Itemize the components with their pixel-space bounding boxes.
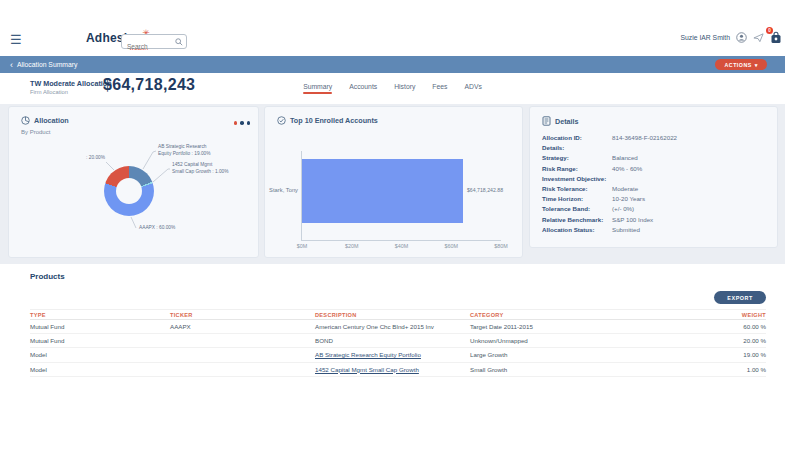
cards-strip: Allocation By Product : 20.00% AB Strate…: [0, 104, 785, 264]
donut-label-bond: : 20.00%: [69, 155, 105, 162]
products-title: Products: [30, 272, 65, 281]
allocation-card-header: Allocation: [21, 116, 69, 125]
col-weight: WEIGHT: [676, 312, 766, 318]
col-type: TYPE: [30, 312, 170, 318]
pie-chart-icon: [21, 116, 30, 125]
tab-fees[interactable]: Fees: [432, 83, 447, 94]
detail-row: Risk Tolerance:Moderate: [542, 185, 767, 195]
detail-label: Tolerance Band:: [542, 205, 612, 212]
menu-icon[interactable]: ☰: [10, 32, 22, 48]
card-pager-dots[interactable]: [234, 121, 251, 125]
user-name: Suzie IAR Smith: [681, 34, 730, 41]
detail-row: Allocation ID:814-36498-F-02162022: [542, 134, 767, 144]
user-avatar-icon[interactable]: [736, 32, 747, 43]
x-tick: $40M: [395, 243, 409, 249]
product-row: Mutual Fund BOND Unknown/Unmapped 20.00 …: [30, 334, 766, 348]
pager-dot-active[interactable]: [234, 121, 238, 125]
detail-label: Allocation Status:: [542, 226, 612, 233]
top-accounts-card-header: Top 10 Enrolled Accounts: [277, 116, 378, 125]
detail-row: Allocation Status:Submitted: [542, 226, 767, 236]
products-table-header: TYPE TICKER DESCRIPTION CATEGORY WEIGHT: [30, 309, 766, 320]
x-tick: $0M: [297, 243, 308, 249]
allocation-donut-chart[interactable]: [104, 166, 154, 216]
detail-label: Allocation ID:: [542, 134, 612, 141]
document-icon: [542, 116, 551, 126]
product-ticker: AAAPX: [170, 323, 315, 330]
cart-bag-icon[interactable]: 0: [770, 31, 782, 44]
detail-label: Risk Tolerance:: [542, 185, 612, 192]
detail-value: 40% - 60%: [612, 165, 642, 172]
tab-bar: Summary Accounts History Fees ADVs: [0, 83, 785, 94]
detail-label: Investment Objective:: [542, 175, 612, 182]
tab-summary[interactable]: Summary: [303, 83, 332, 94]
detail-row: Tolerance Band:(+/- 0%): [542, 205, 767, 215]
product-row: Mutual Fund AAAPX American Century One C…: [30, 320, 766, 334]
donut-label-1452-capital: 1452 Capital Mgmt Small Cap Growth : 1.0…: [172, 162, 229, 175]
allocation-card-subtitle: By Product: [21, 129, 50, 135]
tab-advs[interactable]: ADVs: [464, 83, 481, 94]
detail-row: Time Horizon:10-20 Years: [542, 195, 767, 205]
products-table: TYPE TICKER DESCRIPTION CATEGORY WEIGHT …: [30, 309, 766, 377]
account-bar[interactable]: [302, 159, 463, 223]
back-chevron-icon[interactable]: ‹: [10, 60, 13, 70]
details-card-header: Details: [542, 116, 579, 126]
product-description: American Century One Chc Blnd+ 2015 Inv: [315, 323, 470, 330]
tab-history[interactable]: History: [394, 83, 415, 94]
detail-value: Submitted: [612, 226, 640, 233]
export-button[interactable]: EXPORT: [714, 291, 766, 304]
top-bar: ☰ Adhesion✳ wealth Suzie IAR Smith 0: [0, 25, 785, 56]
product-category: Unknown/Unmapped: [470, 337, 676, 344]
detail-value: Moderate: [612, 185, 638, 192]
top-right-actions: Suzie IAR Smith 0: [681, 31, 782, 44]
breadcrumb-bar: ‹ Allocation Summary ACTIONS ▾: [0, 56, 785, 73]
detail-row: Investment Objective:: [542, 175, 767, 185]
check-circle-icon: [277, 116, 286, 125]
detail-value: 814-36498-F-02162022: [612, 134, 677, 141]
product-weight: 60.00 %: [676, 323, 766, 330]
allocation-card: Allocation By Product : 20.00% AB Strate…: [8, 106, 259, 258]
detail-value: 10-20 Years: [612, 195, 645, 202]
product-type: Mutual Fund: [30, 323, 170, 330]
page-title: Allocation Summary: [17, 61, 77, 68]
actions-label: ACTIONS: [724, 62, 751, 68]
details-card: Details Allocation ID:814-36498-F-021620…: [529, 106, 778, 248]
detail-label: Relative Benchmark:: [542, 216, 612, 223]
detail-label: Details:: [542, 144, 612, 151]
product-type: Mutual Fund: [30, 337, 170, 344]
allocation-summary-page: ☰ Adhesion✳ wealth Suzie IAR Smith 0 ‹ A…: [0, 0, 785, 472]
account-bar-value: $64,718,242.88: [467, 187, 503, 193]
search-box: [121, 34, 187, 49]
send-icon[interactable]: [753, 32, 764, 43]
tab-accounts[interactable]: Accounts: [349, 83, 377, 94]
top-accounts-card: Top 10 Enrolled Accounts $64,718,242.88 …: [264, 106, 523, 258]
pager-dot[interactable]: [240, 121, 244, 125]
actions-button[interactable]: ACTIONS ▾: [715, 59, 767, 70]
donut-label-aaapx: AAAPX : 60.00%: [139, 225, 175, 232]
accounts-bar-plot: $64,718,242.88 Stark, Tony $0M $20M $40M…: [301, 151, 501, 241]
x-tick: $20M: [345, 243, 359, 249]
product-description-link[interactable]: 1452 Capital Mgmt Small Cap Growth: [315, 366, 470, 373]
details-fields: Allocation ID:814-36498-F-02162022 Detai…: [542, 134, 767, 236]
product-category: Large Growth: [470, 351, 676, 358]
export-label: EXPORT: [727, 295, 753, 301]
detail-row: Relative Benchmark:S&P 100 Index: [542, 216, 767, 226]
summary-header: TW Moderate Allocation Firm Allocation $…: [0, 73, 785, 104]
product-description: BOND: [315, 337, 470, 344]
col-ticker: TICKER: [170, 312, 315, 318]
pager-dot[interactable]: [247, 121, 251, 125]
detail-value: (+/- 0%): [612, 205, 634, 212]
product-description-link[interactable]: AB Strategic Research Equity Portfolio: [315, 351, 470, 358]
detail-value: Balanced: [612, 154, 638, 161]
product-type: Model: [30, 351, 170, 358]
detail-value: S&P 100 Index: [612, 216, 653, 223]
x-tick: $60M: [445, 243, 459, 249]
detail-label: Strategy:: [542, 154, 612, 161]
product-weight: 1.00 %: [676, 366, 766, 373]
product-weight: 20.00 %: [676, 337, 766, 344]
detail-label: Time Horizon:: [542, 195, 612, 202]
detail-label: Risk Range:: [542, 165, 612, 172]
col-category: CATEGORY: [470, 312, 676, 318]
col-description: DESCRIPTION: [315, 312, 470, 318]
top-accounts-card-title: Top 10 Enrolled Accounts: [290, 116, 378, 125]
product-weight: 19.00 %: [676, 351, 766, 358]
